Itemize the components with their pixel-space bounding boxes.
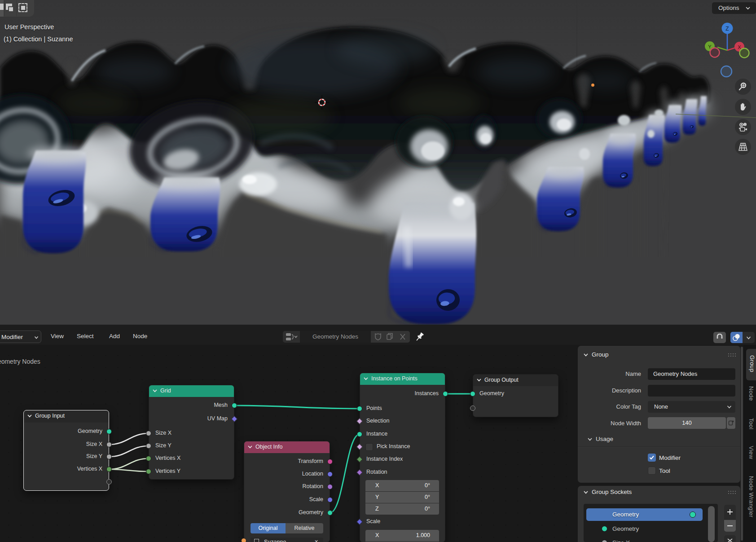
svg-text:X: X bbox=[738, 44, 741, 50]
svg-text:Y: Y bbox=[708, 44, 712, 49]
svg-text:Z: Z bbox=[725, 26, 729, 32]
